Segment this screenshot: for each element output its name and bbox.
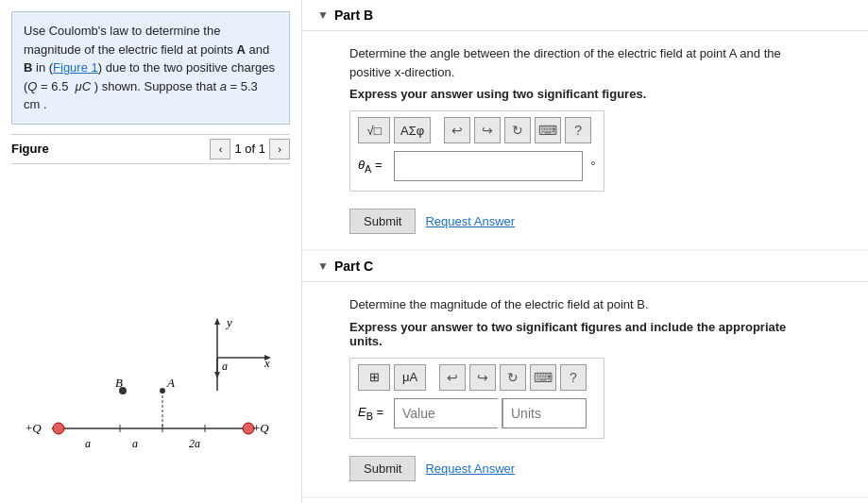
part-b-undo-button[interactable]: ↩: [444, 117, 470, 143]
part-c-header[interactable]: ▼ Part C: [302, 251, 868, 282]
svg-text:+Q: +Q: [253, 421, 269, 435]
figure-label: Figure: [11, 142, 49, 156]
part-c-help-button[interactable]: ?: [560, 364, 587, 391]
part-c-keyboard-button[interactable]: ⌨: [530, 364, 556, 391]
svg-point-14: [53, 423, 64, 434]
svg-text:A: A: [166, 376, 175, 390]
part-b-action-row: Submit Request Answer: [349, 209, 821, 234]
svg-marker-4: [214, 318, 220, 325]
part-c-redo-button[interactable]: ↪: [469, 364, 496, 391]
part-b-header[interactable]: ▼ Part B: [302, 0, 868, 31]
part-b-answer-label: θA =: [358, 158, 386, 175]
part-b-submit-button[interactable]: Submit: [349, 209, 416, 234]
part-b-redo-button[interactable]: ↪: [474, 117, 501, 143]
part-b-toolbar: √□ AΣφ ↩ ↪ ↻ ⌨ ?: [358, 117, 596, 143]
part-c-mu-button[interactable]: μA: [394, 364, 426, 391]
svg-text:a: a: [132, 437, 138, 450]
part-b-answer-input[interactable]: [394, 151, 583, 181]
right-panel: ▼ Part B Determine the angle between the…: [302, 0, 868, 503]
figure-svg: y x a B A +Q: [14, 306, 288, 476]
part-d-section: ▼ Part D Determine the angle between the…: [302, 498, 868, 504]
left-panel: Use Coulomb's law to determine the magni…: [0, 0, 302, 503]
svg-text:+Q: +Q: [26, 421, 42, 435]
figure-page: 1 of 1: [234, 142, 265, 156]
part-c-answer-row: EB =: [358, 398, 596, 428]
part-b-instruction: Determine the angle between the directio…: [349, 44, 821, 81]
part-b-help-button[interactable]: ?: [565, 117, 591, 143]
svg-text:y: y: [225, 315, 232, 329]
part-b-label: Part B: [334, 8, 373, 23]
part-b-answer-row: θA = °: [358, 151, 596, 181]
figure-area: y x a B A +Q: [11, 168, 290, 504]
part-b-body: Determine the angle between the directio…: [302, 31, 868, 249]
figure-next-button[interactable]: ›: [269, 139, 290, 159]
part-b-section: ▼ Part B Determine the angle between the…: [302, 0, 868, 249]
part-c-answer-label: EB =: [358, 405, 386, 422]
figure-link[interactable]: Figure 1: [53, 60, 98, 75]
svg-text:B: B: [115, 376, 123, 390]
part-c-reset-button[interactable]: ↻: [500, 364, 526, 391]
figure-prev-button[interactable]: ‹: [210, 139, 230, 159]
part-c-answer-instruction: Express your answer to two significant f…: [349, 320, 821, 348]
part-b-sqrt-button[interactable]: √□: [358, 117, 390, 143]
part-c-units-input[interactable]: [502, 398, 587, 428]
part-c-submit-button[interactable]: Submit: [349, 456, 416, 481]
part-c-toolbar: ⊞ μA ↩ ↪ ↻ ⌨ ?: [358, 364, 596, 391]
part-c-undo-button[interactable]: ↩: [439, 364, 466, 391]
part-c-request-button[interactable]: Request Answer: [425, 461, 515, 476]
part-b-collapse-icon: ▼: [317, 8, 329, 22]
part-d-header[interactable]: ▼ Part D: [302, 498, 868, 504]
part-c-value-input[interactable]: [394, 398, 498, 428]
part-c-body: Determine the magnitude of the electric …: [302, 282, 868, 496]
part-b-sigma-button[interactable]: AΣφ: [394, 117, 431, 143]
figure-header: Figure ‹ 1 of 1 ›: [11, 134, 290, 164]
part-c-instruction: Determine the magnitude of the electric …: [349, 295, 821, 314]
part-b-keyboard-button[interactable]: ⌨: [535, 117, 561, 143]
part-b-reset-button[interactable]: ↻: [504, 117, 531, 143]
part-b-math-container: √□ AΣφ ↩ ↪ ↻ ⌨ ? θA = °: [349, 110, 604, 192]
svg-marker-7: [214, 372, 220, 378]
svg-text:2a: 2a: [189, 437, 200, 450]
part-b-degree-symbol: °: [590, 159, 596, 174]
part-b-request-button[interactable]: Request Answer: [425, 214, 515, 228]
part-c-math-container: ⊞ μA ↩ ↪ ↻ ⌨ ? EB =: [349, 358, 604, 439]
svg-text:a: a: [85, 437, 91, 450]
part-c-grid-button[interactable]: ⊞: [358, 364, 390, 391]
part-c-label: Part C: [334, 259, 373, 274]
figure-nav: ‹ 1 of 1 ›: [210, 139, 290, 159]
part-c-action-row: Submit Request Answer: [349, 456, 821, 481]
part-c-collapse-icon: ▼: [317, 260, 329, 273]
part-b-answer-instruction: Express your answer using two significan…: [349, 87, 821, 101]
problem-statement: Use Coulomb's law to determine the magni…: [11, 11, 290, 125]
part-c-section: ▼ Part C Determine the magnitude of the …: [302, 251, 868, 496]
svg-text:a: a: [222, 360, 228, 373]
